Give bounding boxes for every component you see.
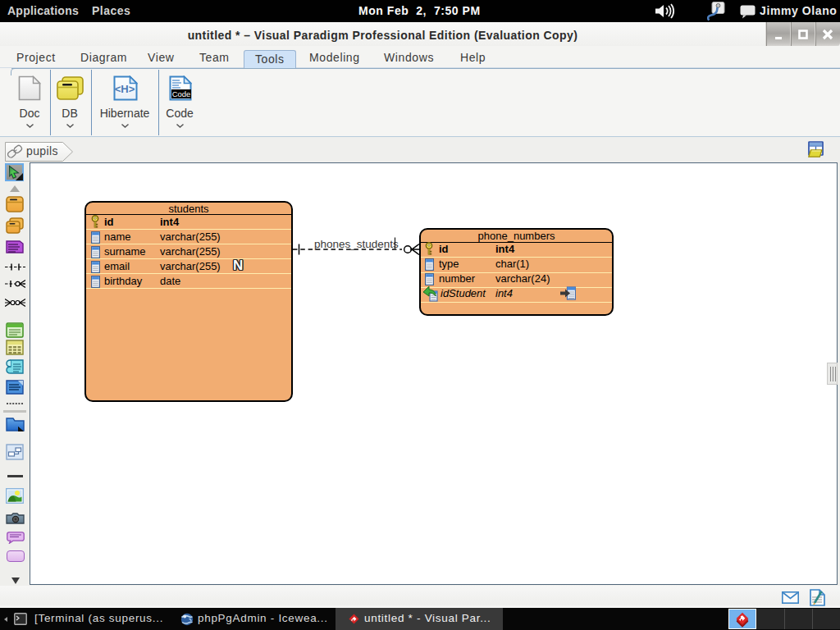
svg-text:Code: Code: [172, 89, 191, 98]
svg-text:<H>: <H>: [115, 83, 135, 95]
svg-text:phones_students: phones_students: [314, 238, 399, 250]
